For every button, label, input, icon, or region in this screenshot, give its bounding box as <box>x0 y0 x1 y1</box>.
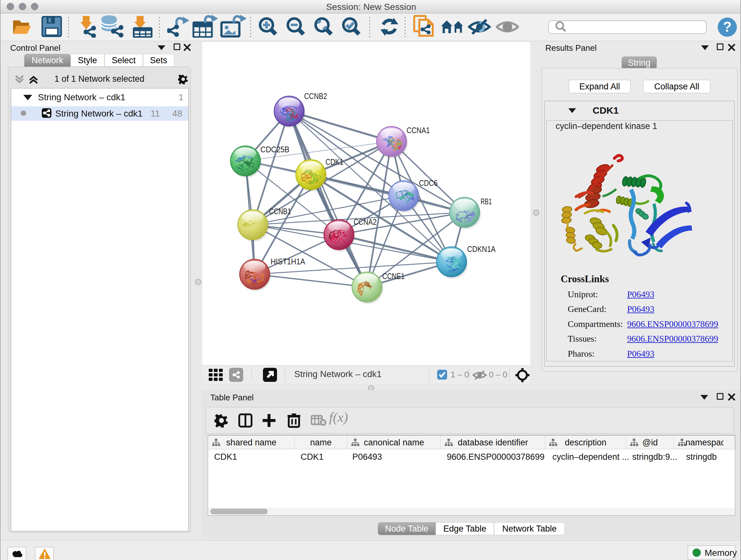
svg-text:CCNA2: CCNA2 <box>354 217 377 227</box>
svg-text:CDC6: CDC6 <box>419 178 437 188</box>
svg-text:CDC25B: CDC25B <box>260 145 289 154</box>
svg-text:?: ? <box>723 19 732 35</box>
svg-text:CCNB1: CCNB1 <box>269 206 291 216</box>
svg-text:CCNE1: CCNE1 <box>382 271 405 281</box>
svg-text:CCNA1: CCNA1 <box>407 125 430 135</box>
svg-text:HIST1H1A: HIST1H1A <box>271 257 306 266</box>
svg-text:CDK1: CDK1 <box>326 157 343 167</box>
svg-text:CDKN1A: CDKN1A <box>467 244 496 254</box>
svg-text:CCNB2: CCNB2 <box>304 91 327 101</box>
svg-text:RB1: RB1 <box>481 197 492 206</box>
